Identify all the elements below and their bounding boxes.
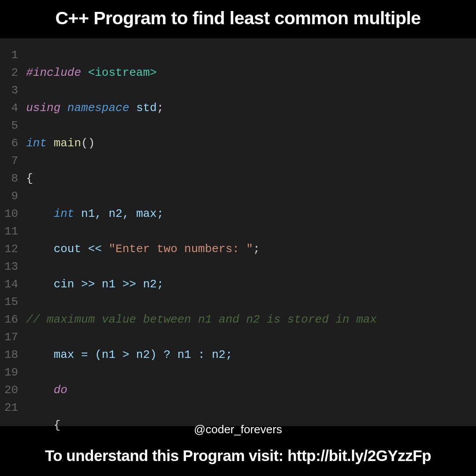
code-line: int n1, n2, max; [26, 205, 377, 223]
line-number: 8 [4, 170, 18, 187]
line-number: 15 [4, 293, 18, 311]
line-number: 4 [4, 99, 18, 117]
code-line: cout << "Enter two numbers: "; [26, 240, 377, 258]
line-number: 9 [4, 187, 18, 205]
line-number: 7 [4, 152, 18, 170]
line-number: 12 [4, 240, 18, 258]
line-number: 13 [4, 258, 18, 275]
line-number: 6 [4, 134, 18, 152]
line-number: 18 [4, 346, 18, 364]
line-number-gutter: 1 2 3 4 5 6 7 8 9 10 11 12 13 14 15 16 1… [0, 46, 26, 418]
line-number: 10 [4, 205, 18, 223]
credit-handle: @coder_forevers [0, 423, 476, 436]
line-number: 17 [4, 328, 18, 346]
code-content: #include <iostream> using namespace std;… [26, 46, 377, 418]
line-number: 14 [4, 275, 18, 293]
code-line: using namespace std; [26, 99, 377, 117]
code-line: { [26, 170, 377, 187]
line-number: 21 [4, 399, 18, 416]
line-number: 19 [4, 364, 18, 381]
line-number: 20 [4, 381, 18, 399]
line-number: 5 [4, 117, 18, 134]
footer-link-text: To understand this Program visit: http:/… [0, 436, 476, 476]
code-line: #include <iostream> [26, 64, 377, 82]
line-number: 2 [4, 64, 18, 82]
code-line: max = (n1 > n2) ? n1 : n2; [26, 346, 377, 364]
code-line: cin >> n1 >> n2; [26, 275, 377, 293]
code-line: int main() [26, 134, 377, 152]
line-number: 11 [4, 223, 18, 240]
code-line: // maximum value between n1 and n2 is st… [26, 311, 377, 328]
page-title: C++ Program to find least common multipl… [0, 0, 476, 38]
code-line: do [26, 381, 377, 399]
line-number: 3 [4, 82, 18, 99]
line-number: 16 [4, 311, 18, 328]
code-editor: 1 2 3 4 5 6 7 8 9 10 11 12 13 14 15 16 1… [0, 38, 476, 426]
line-number: 1 [4, 46, 18, 64]
